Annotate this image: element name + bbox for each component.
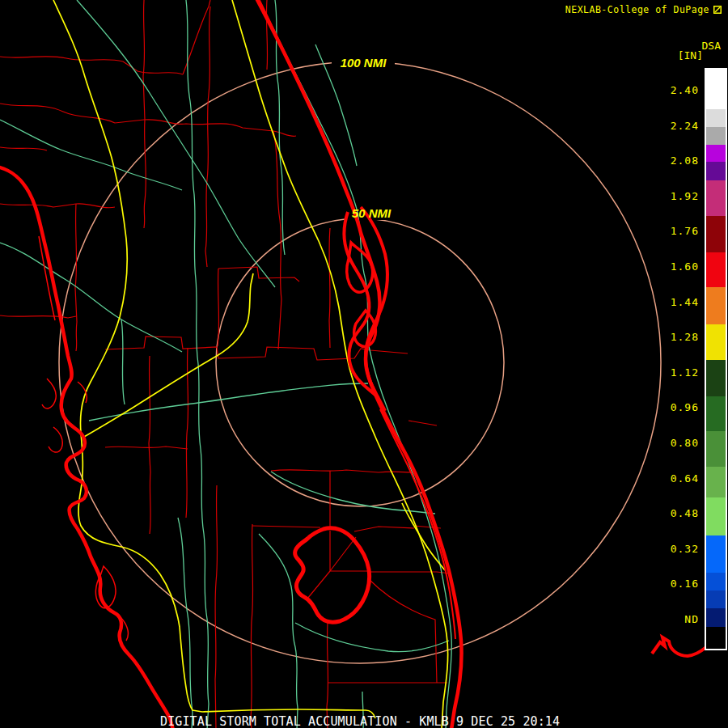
lake-okeechobee <box>295 528 370 622</box>
road-i4 <box>84 273 253 437</box>
header-title: NEXLAB-College of DuPage <box>565 4 722 15</box>
colorbar-tick-label: 0.16 <box>650 578 699 590</box>
colorbar-segment <box>706 396 726 431</box>
colorbar-tick-label: 0.96 <box>650 401 699 414</box>
cape-lagoon-outer <box>361 207 387 411</box>
colorbar-segment <box>706 497 726 535</box>
colorbar-segment <box>706 608 726 627</box>
radar-display: 100 NMI 50 NMI NEXLAB-College of DuPage … <box>0 0 728 728</box>
florida-radar-map: 100 NMI 50 NMI <box>0 0 728 728</box>
colorbar-tick-label: 1.28 <box>650 331 699 344</box>
product-code: DSA <box>702 40 721 52</box>
ring-50nmi <box>216 218 504 506</box>
bahamas-coastline <box>652 637 706 656</box>
colorbar-segment <box>706 180 726 216</box>
colorbar-segment <box>706 573 726 590</box>
colorbar-tick-label: 1.92 <box>650 190 699 203</box>
tampa-bay-islets <box>39 236 87 452</box>
colorbar-segment <box>706 535 726 573</box>
colorbar-tick-label: 1.76 <box>650 225 699 238</box>
colorbar-tick-label: 0.80 <box>650 437 699 450</box>
colorbar-segment <box>706 431 726 467</box>
colorbar-tick-label: 2.40 <box>650 84 699 97</box>
primary-roads <box>53 0 448 728</box>
colorbar-segment <box>706 127 726 145</box>
colorbar-segment <box>706 590 726 608</box>
colorbar-segment <box>706 216 726 252</box>
colorbar-tick-label: ND <box>650 613 699 626</box>
ring-label-100nmi: 100 NMI <box>341 56 387 70</box>
colorbar-segment <box>706 145 726 162</box>
colorbar-tick-label: 1.60 <box>650 260 699 273</box>
colorbar-segment <box>706 360 726 396</box>
colorbar-segment <box>706 467 726 497</box>
east-coastline <box>256 0 462 728</box>
merritt-island-loop <box>347 243 373 292</box>
county-boundaries <box>0 0 451 728</box>
colorbar <box>705 68 727 650</box>
square-diagonal-icon <box>713 6 722 14</box>
colorbar-tick-label: 1.44 <box>650 296 699 309</box>
colorbar-segment <box>706 109 726 127</box>
colorbar-tick-label: 0.32 <box>650 543 699 556</box>
colorbar-tick-label: 2.08 <box>650 154 699 167</box>
colorbar-segment <box>706 287 726 324</box>
coastlines <box>0 0 706 728</box>
product-units: [IN] <box>678 49 703 61</box>
colorbar-segment <box>706 70 726 109</box>
road-i95 <box>232 0 448 728</box>
colorbar-segment <box>706 162 726 180</box>
colorbar-segment <box>706 252 726 287</box>
colorbar-tick-label: 1.12 <box>650 366 699 379</box>
indian-river-lagoon <box>380 409 455 639</box>
colorbar-tick-label: 0.64 <box>650 472 699 485</box>
colorbar-segment <box>706 324 726 360</box>
colorbar-tick-label: 0.48 <box>650 507 699 520</box>
station-title-text: NEXLAB-College of DuPage <box>565 4 709 15</box>
colorbar-tick-label: 2.24 <box>650 120 699 133</box>
product-title-bar: DIGITAL STORM TOTAL ACCUMULATION - KMLB … <box>160 714 560 728</box>
colorbar-segment <box>706 627 726 649</box>
ring-label-50nmi: 50 NMI <box>352 206 392 220</box>
secondary-roads <box>0 0 451 728</box>
